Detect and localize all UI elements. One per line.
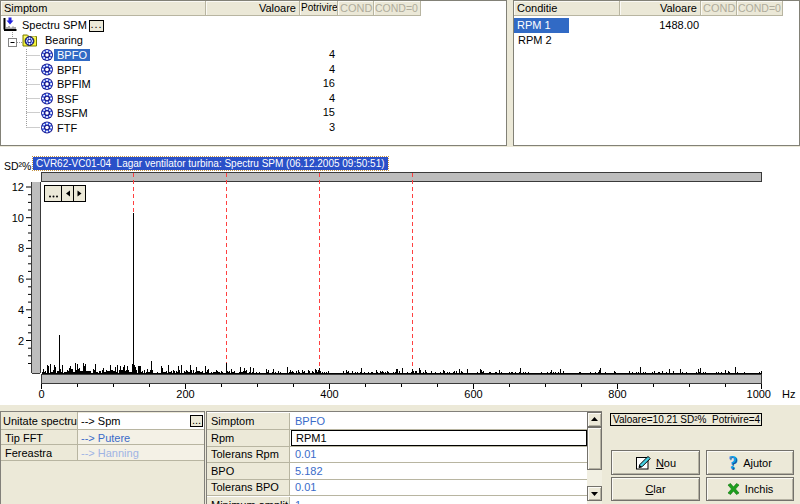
svg-text:8: 8 xyxy=(18,242,24,254)
svg-text:2: 2 xyxy=(18,335,24,347)
svg-text:4: 4 xyxy=(18,304,24,316)
svg-text:Hz: Hz xyxy=(782,388,795,400)
svg-text:12: 12 xyxy=(12,181,24,193)
svg-text:6: 6 xyxy=(18,273,24,285)
svg-text:200: 200 xyxy=(176,388,194,400)
svg-text:1000: 1000 xyxy=(747,388,771,400)
svg-text:400: 400 xyxy=(320,388,338,400)
svg-text:0: 0 xyxy=(38,388,44,400)
svg-text:10: 10 xyxy=(12,212,24,224)
svg-text:600: 600 xyxy=(464,388,482,400)
svg-text:800: 800 xyxy=(608,388,626,400)
